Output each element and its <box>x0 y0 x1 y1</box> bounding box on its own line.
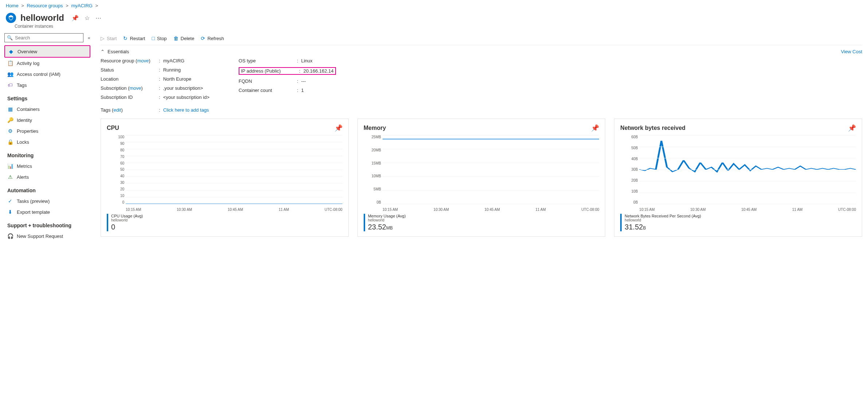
locks-icon: 🔒 <box>7 139 13 145</box>
nav-label: Overview <box>17 49 37 54</box>
search-input[interactable] <box>15 35 81 40</box>
tags-add-link[interactable]: Click here to add tags <box>163 107 209 113</box>
sub-value[interactable]: ,your subscription> <box>163 85 203 91</box>
restart-icon: ↻ <box>123 35 128 41</box>
nav-locks[interactable]: 🔒 Locks <box>4 136 90 147</box>
properties-icon: ⚙ <box>7 128 13 134</box>
tasks-icon: ✓ <box>7 198 13 204</box>
mem-legend-label: Memory Usage (Avg) <box>368 214 406 218</box>
essentials-heading: Essentials <box>107 49 129 54</box>
cpu-chart-card: CPU 📌 1009080706050403020100 10:15 AM10:… <box>101 119 349 237</box>
start-button[interactable]: ▷ Start <box>101 35 117 41</box>
nav-label: Containers <box>17 107 40 112</box>
rg-value[interactable]: myACIRG <box>163 58 185 63</box>
tags-icon: 🏷 <box>7 82 13 88</box>
os-label: OS type <box>239 58 297 63</box>
pin-icon[interactable]: 📌 <box>71 15 79 22</box>
charts-row: CPU 📌 1009080706050403020100 10:15 AM10:… <box>101 119 862 237</box>
nav-overview[interactable]: ◆ Overview <box>4 45 90 58</box>
memory-chart-body[interactable]: 25MB20MB15MB10MB5MB0B 10:15 AM10:30 AM10… <box>364 135 599 212</box>
cpu-legend-label: CPU Usage (Avg) <box>111 214 143 218</box>
restart-label: Restart <box>130 36 145 41</box>
identity-icon: 🔑 <box>7 117 13 123</box>
containers-icon: ▦ <box>7 106 13 112</box>
nav-alerts[interactable]: ⚠ Alerts <box>4 171 90 182</box>
cpu-legend-value: 0 <box>111 223 143 231</box>
mem-legend-sub: helloworld <box>368 218 406 222</box>
refresh-icon: ⟳ <box>201 35 205 41</box>
main-content: ▷ Start ↻ Restart □ Stop 🗑 Delete ⟳ Refr… <box>95 32 868 243</box>
collapse-sidebar-icon[interactable]: « <box>88 35 90 40</box>
pin-icon[interactable]: 📌 <box>335 124 343 132</box>
nav-export-template[interactable]: ⬇ Export template <box>4 206 90 217</box>
sub-move-link[interactable]: move <box>129 85 141 91</box>
rg-move-link[interactable]: move <box>137 58 149 63</box>
nav-label: Tags <box>17 82 27 88</box>
network-chart-body[interactable]: 60B50B40B30B20B10B0B 10:15 AM10:30 AM10:… <box>620 135 856 212</box>
nav-properties[interactable]: ⚙ Properties <box>4 125 90 136</box>
cpu-chart-body[interactable]: 1009080706050403020100 10:15 AM10:30 AM1… <box>107 135 343 212</box>
ip-label: IP address (Public) <box>241 68 299 74</box>
more-icon[interactable]: ⋯ <box>95 15 101 22</box>
header-actions: 📌 ☆ ⋯ <box>71 15 101 22</box>
nav-iam[interactable]: 👥 Access control (IAM) <box>4 69 90 80</box>
subid-value: <your subscription id> <box>163 94 210 100</box>
support-icon: 🎧 <box>7 233 13 239</box>
restart-button[interactable]: ↻ Restart <box>123 35 145 41</box>
breadcrumb-group[interactable]: myACIRG <box>71 3 93 8</box>
stop-label: Stop <box>157 36 167 41</box>
nav-new-support-request[interactable]: 🎧 New Support Request <box>4 231 90 242</box>
nav-section-settings: Settings <box>4 90 90 104</box>
stop-button[interactable]: □ Stop <box>152 35 167 41</box>
nav-metrics[interactable]: 📊 Metrics <box>4 161 90 171</box>
pin-icon[interactable]: 📌 <box>591 124 599 132</box>
nav-tags[interactable]: 🏷 Tags <box>4 80 90 90</box>
net-legend-sub: helloworld <box>625 218 701 222</box>
nav-section-monitoring: Monitoring <box>4 147 90 161</box>
alerts-icon: ⚠ <box>7 174 13 180</box>
count-value: 1 <box>301 88 304 93</box>
mem-legend-value: 23.52MB <box>368 223 406 231</box>
count-label: Container count <box>239 88 297 93</box>
start-icon: ▷ <box>101 35 105 41</box>
pin-icon[interactable]: 📌 <box>848 124 856 132</box>
stop-icon: □ <box>152 35 155 41</box>
breadcrumb: Home > Resource groups > myACIRG > <box>0 0 868 11</box>
favorite-icon[interactable]: ☆ <box>85 15 90 22</box>
location-label: Location <box>101 76 159 82</box>
delete-button[interactable]: 🗑 Delete <box>173 35 195 41</box>
nav-section-support: Support + troubleshooting <box>4 217 90 231</box>
delete-label: Delete <box>181 36 195 41</box>
search-box[interactable]: 🔍 <box>4 33 83 42</box>
essentials-toggle[interactable]: ⌃ Essentials <box>101 49 129 54</box>
memory-chart-title: Memory <box>364 125 386 131</box>
network-chart-card: Network bytes received 📌 60B50B40B30B20B… <box>614 119 862 237</box>
nav-identity[interactable]: 🔑 Identity <box>4 115 90 125</box>
nav-label: Metrics <box>17 163 32 169</box>
subid-label: Subscription ID <box>101 94 159 100</box>
nav-label: Export template <box>17 209 50 215</box>
start-label: Start <box>107 36 117 41</box>
page-title: helloworld <box>20 13 64 23</box>
os-value: Linux <box>301 58 312 63</box>
nav-activity-log[interactable]: 📋 Activity log <box>4 58 90 69</box>
sub-label: Subscription (move) <box>101 85 159 91</box>
network-chart-title: Network bytes received <box>620 125 685 131</box>
nav-tasks[interactable]: ✓ Tasks (preview) <box>4 196 90 206</box>
memory-chart-card: Memory 📌 25MB20MB15MB10MB5MB0B 10:15 AM1… <box>357 119 606 237</box>
tags-label: Tags (edit) <box>101 107 159 113</box>
view-cost-link[interactable]: View Cost <box>841 49 862 54</box>
refresh-button[interactable]: ⟳ Refresh <box>201 35 224 41</box>
tags-edit-link[interactable]: edit <box>113 107 121 113</box>
overview-icon: ◆ <box>8 49 14 54</box>
container-instances-icon <box>6 13 16 23</box>
fqdn-value: --- <box>301 78 306 84</box>
breadcrumb-rg[interactable]: Resource groups <box>27 3 63 8</box>
nav-containers[interactable]: ▦ Containers <box>4 104 90 115</box>
nav-label: Alerts <box>17 174 29 180</box>
breadcrumb-home[interactable]: Home <box>6 3 19 8</box>
net-legend-value: 31.52B <box>625 223 701 231</box>
nav-label: Properties <box>17 128 38 134</box>
nav-label: Locks <box>17 139 29 145</box>
toolbar: ▷ Start ↻ Restart □ Stop 🗑 Delete ⟳ Refr… <box>101 32 862 45</box>
